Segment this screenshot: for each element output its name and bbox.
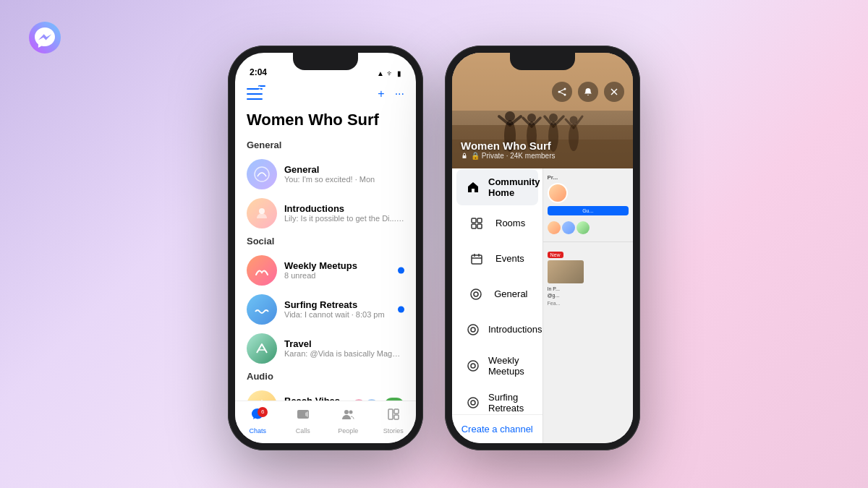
- tab-people[interactable]: People: [326, 407, 371, 435]
- section-header-general: General: [235, 137, 416, 155]
- notification-button[interactable]: [578, 82, 598, 102]
- more-icon[interactable]: ···: [395, 87, 404, 100]
- svg-point-50: [468, 325, 478, 335]
- tab-chats-label: Chats: [249, 427, 266, 435]
- svg-rect-39: [463, 155, 467, 158]
- menu-badge: 1: [258, 85, 265, 87]
- p1-header: 1 + ···: [235, 82, 416, 108]
- menu-item-community-home[interactable]: Community Home: [456, 169, 538, 205]
- signal-icon: ▲: [377, 69, 384, 77]
- add-icon[interactable]: +: [378, 87, 384, 100]
- peek-featured-image: [548, 260, 584, 283]
- share-button[interactable]: [552, 82, 572, 102]
- close-button[interactable]: [604, 82, 624, 102]
- chat-item-surfing[interactable]: Surfing Retreats Vida: I cannot wait · 8…: [235, 290, 416, 329]
- menu-icon[interactable]: 1: [247, 88, 263, 100]
- p2-content: Community Home Rooms Eve: [452, 168, 633, 443]
- chat-item-travel[interactable]: Travel Karan: @Vida is basically Maguyve…: [235, 329, 416, 368]
- menu-item-rooms[interactable]: Rooms: [456, 206, 538, 241]
- svg-point-20: [527, 114, 536, 122]
- tab-calls[interactable]: Calls: [281, 407, 326, 435]
- status-time-1: 2:04: [250, 67, 267, 77]
- unread-dot-weekly: [398, 267, 404, 273]
- rooms-icon: [467, 213, 487, 234]
- p2-cover-header: [452, 82, 633, 102]
- menu-item-introductions[interactable]: Introductions: [456, 312, 538, 347]
- status-icons-1: ▲ ᯤ ▮: [377, 69, 401, 77]
- section-header-social: Social: [235, 233, 416, 251]
- chat-preview-general: You: I'm so excited! · Mon: [284, 175, 404, 184]
- svg-point-2: [259, 208, 265, 214]
- chat-avatar-surfing: [247, 294, 277, 325]
- svg-point-52: [468, 361, 478, 371]
- chats-badge: 6: [258, 407, 268, 417]
- lock-icon: [461, 152, 468, 159]
- svg-rect-42: [472, 224, 476, 228]
- chat-avatar-intro: [247, 198, 277, 228]
- svg-point-48: [471, 289, 481, 299]
- peek-avatars-section: [543, 221, 634, 241]
- battery-icon: ▮: [397, 69, 401, 77]
- svg-point-16: [505, 111, 515, 121]
- p2-group-info: Women Who Surf 🔒 Private · 24K members: [461, 140, 555, 160]
- messenger-logo: [29, 22, 61, 53]
- chat-item-introductions[interactable]: Introductions Lily: Is it possible to ge…: [235, 194, 416, 233]
- svg-rect-44: [472, 255, 482, 264]
- svg-point-55: [471, 401, 475, 405]
- stories-icon: [386, 407, 401, 425]
- chat-name-intro: Introductions: [284, 203, 404, 214]
- svg-point-8: [349, 410, 353, 414]
- menu-label-home: Community Home: [488, 176, 540, 198]
- peek-feat-sub: Fea...: [548, 301, 629, 306]
- chat-item-general[interactable]: General You: I'm so excited! · Mon: [235, 155, 416, 194]
- unread-dot-surfing: [398, 306, 404, 312]
- menu-item-events[interactable]: Events: [456, 241, 538, 276]
- svg-line-35: [559, 89, 565, 92]
- introductions-icon: [467, 320, 480, 340]
- chat-info-weekly: Weekly Meetups 8 unread: [284, 260, 404, 280]
- home-icon: [467, 177, 480, 197]
- chat-info-general: General You: I'm so excited! · Mon: [284, 164, 404, 184]
- section-general: General General You: I'm so excited! · M…: [235, 137, 416, 233]
- menu-item-weekly-meetups[interactable]: Weekly Meetups: [456, 348, 538, 384]
- svg-point-51: [471, 328, 475, 332]
- tab-chats-icon-wrap: 6: [250, 407, 265, 425]
- menu-label-weekly: Weekly Meetups: [488, 355, 528, 377]
- svg-point-1: [255, 167, 269, 181]
- tab-stories[interactable]: Stories: [371, 407, 417, 435]
- create-channel-button[interactable]: Create a channel: [452, 414, 542, 443]
- menu-item-general[interactable]: General: [456, 277, 538, 312]
- chat-item-weekly[interactable]: Weekly Meetups 8 unread: [235, 251, 416, 290]
- peek-av-3: [576, 221, 590, 234]
- tab-stories-label: Stories: [383, 427, 404, 435]
- tab-chats[interactable]: 6 Chats: [235, 407, 281, 435]
- menu-item-surfing-retreats[interactable]: Surfing Retreats: [456, 385, 538, 414]
- menu-label-general: General: [494, 288, 527, 299]
- chat-preview-travel: Karan: @Vida is basically Maguyver · Wed: [284, 349, 404, 358]
- peek-av-1: [548, 221, 561, 234]
- svg-point-49: [474, 292, 478, 296]
- peek-avatar-row: [548, 221, 629, 234]
- header-icons: + ···: [378, 87, 404, 100]
- phone-2-notch: [510, 53, 575, 70]
- calls-icon: [296, 407, 310, 425]
- peek-featured-text: In P...@g...: [548, 286, 629, 299]
- section-social: Social Weekly Meetups 8 unread: [235, 233, 416, 368]
- phone-2-screen: Women Who Surf 🔒 Private · 24K members: [452, 53, 633, 443]
- peek-new-section: New In P...@g... Fea...: [543, 241, 634, 306]
- events-icon: [467, 249, 487, 269]
- svg-point-7: [344, 410, 349, 414]
- svg-rect-10: [394, 409, 399, 414]
- chat-name-weekly: Weekly Meetups: [284, 260, 404, 271]
- chat-avatar-general: [247, 159, 277, 189]
- p2-group-name: Women Who Surf: [461, 140, 555, 152]
- general-channel-icon: [467, 284, 485, 304]
- peek-private-label: Pr...: [548, 174, 629, 181]
- peek-join-button[interactable]: Gu...: [548, 206, 629, 215]
- people-icon: [341, 407, 355, 425]
- menu-label-events: Events: [495, 253, 524, 264]
- svg-rect-11: [394, 415, 399, 419]
- menu-label-rooms: Rooms: [495, 218, 525, 228]
- peek-av-2: [562, 221, 575, 234]
- chat-avatar-weekly: [247, 255, 277, 286]
